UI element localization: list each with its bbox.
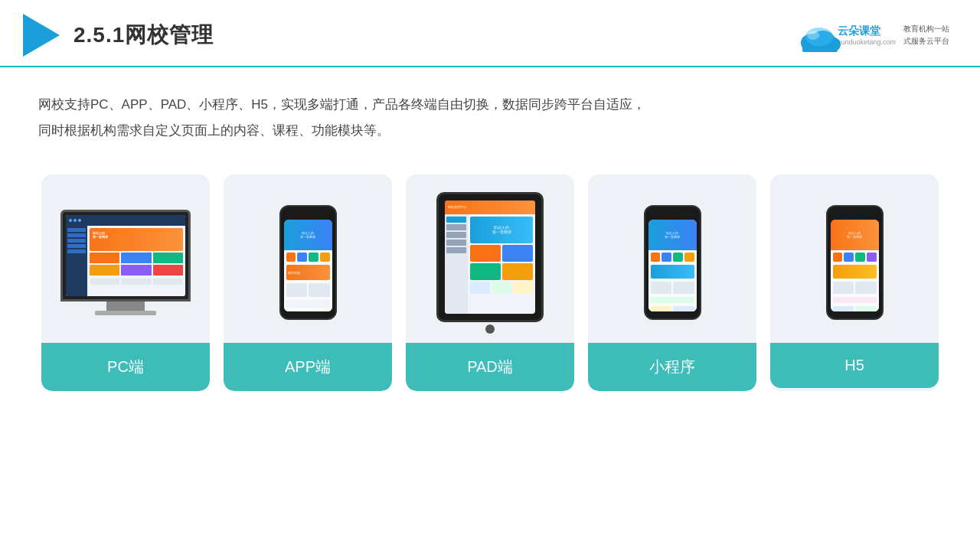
- description-text: 网校支持PC、APP、PAD、小程序、H5，实现多端打通，产品各终端自由切换，数…: [0, 67, 689, 159]
- pc-monitor-icon: 职达人的第一堂网课: [60, 210, 191, 315]
- app-phone-icon: 职达人的第一堂网课 限时优惠: [279, 205, 337, 320]
- pad-image-area: 网校管理平台 职达: [406, 174, 574, 343]
- card-app-label: APP端: [224, 343, 392, 391]
- header-left: 2.5.1网校管理: [23, 14, 214, 57]
- tablet-home-button: [485, 324, 495, 334]
- pad-tablet-icon: 网校管理平台 职达: [436, 192, 544, 334]
- miniprogram-phone-icon: 职达人的第一堂网课: [644, 205, 701, 320]
- cards-section: 职达人的第一堂网课: [0, 167, 980, 414]
- cloud-logo-icon: [796, 21, 833, 49]
- brand-logo-area: 云朵课堂 yunduoketang.com 教育机构一站 式服务云平台: [796, 21, 949, 49]
- svg-point-5: [807, 31, 819, 40]
- brand-tagline: 教育机构一站 式服务云平台: [903, 23, 949, 47]
- play-icon: [23, 14, 60, 57]
- card-pad: 网校管理平台 职达: [406, 174, 574, 391]
- card-miniprogram: 职达人的第一堂网课: [588, 174, 756, 391]
- card-pc-label: PC端: [41, 343, 210, 391]
- card-h5-label: H5: [770, 343, 939, 388]
- app-image-area: 职达人的第一堂网课 限时优惠: [224, 174, 392, 343]
- h5-image-area: 职达人的第一堂网课: [770, 174, 939, 343]
- card-miniprogram-label: 小程序: [588, 343, 756, 391]
- card-h5: 职达人的第一堂网课: [770, 174, 939, 391]
- card-pc: 职达人的第一堂网课: [41, 174, 210, 391]
- brand-text: 云朵课堂 yunduoketang.com: [838, 24, 896, 46]
- brand-url: yunduoketang.com: [838, 38, 896, 46]
- card-pad-label: PAD端: [406, 343, 574, 391]
- card-app: 职达人的第一堂网课 限时优惠: [224, 174, 392, 391]
- page-title: 2.5.1网校管理: [74, 21, 214, 50]
- h5-phone-icon: 职达人的第一堂网课: [826, 205, 884, 320]
- brand-name: 云朵课堂: [838, 24, 896, 38]
- pc-image-area: 职达人的第一堂网课: [41, 174, 210, 343]
- header: 2.5.1网校管理 云朵课堂 yunduoketang.com: [0, 0, 980, 67]
- miniprogram-image-area: 职达人的第一堂网课: [588, 174, 756, 343]
- brand-logo-row: 云朵课堂 yunduoketang.com 教育机构一站 式服务云平台: [796, 21, 949, 49]
